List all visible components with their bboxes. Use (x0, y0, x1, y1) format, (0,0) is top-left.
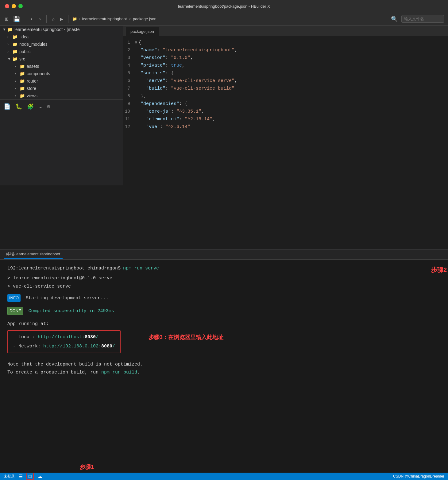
code-line-2: 2 "name": "learnelementuispringboot", (123, 46, 448, 54)
network-label: - Network: (13, 344, 43, 349)
status-login[interactable]: 未登录 (4, 474, 15, 479)
save-icon[interactable]: 💾 (12, 14, 21, 24)
tree-arrow-src: ▼ (7, 57, 11, 61)
back-icon[interactable]: ‹ (29, 15, 35, 23)
url-container: - Local: http://localhost:8080/ - Networ… (7, 329, 121, 354)
breadcrumb-root[interactable]: learnelementuispringboot (82, 17, 127, 21)
folder-icon-views: 📁 (20, 93, 25, 98)
new-file-icon[interactable]: ⊞ (4, 14, 10, 24)
tree-label-src: src (19, 56, 25, 61)
step1-annotation: 步骤1 (80, 463, 94, 471)
local-url-prefix: http://localhost: (38, 335, 85, 340)
sidebar-icon-debug[interactable]: 🐛 (15, 103, 22, 110)
tree-root[interactable]: ▼ 📁 learnelementuispringboot - {maste (0, 26, 123, 33)
tree-item-components[interactable]: › 📁 components (0, 70, 123, 77)
toolbar-separator2 (46, 15, 47, 23)
tree-arrow-store: › (15, 86, 18, 91)
tree-item-public[interactable]: › 📁 public (0, 48, 123, 55)
csdn-label: CSDN @ChinaDragonDreamer (393, 474, 444, 478)
tree-label-idea: .idea (19, 34, 29, 39)
status-cloud-icon[interactable]: ☁ (37, 474, 42, 479)
terminal-icon[interactable]: ⊡ (26, 473, 34, 480)
done-text: Compiled successfully in 2493ms (29, 308, 114, 314)
folder-icon-store: 📁 (20, 86, 25, 91)
search-input[interactable] (401, 15, 444, 23)
run-icon[interactable]: ▶ (59, 14, 64, 24)
tree-arrow-root: ▼ (2, 27, 6, 32)
search-toolbar-icon[interactable]: 🔍 (390, 14, 399, 24)
tree-item-node-modules[interactable]: › 📁 node_modules (0, 41, 123, 48)
code-line-1: 1 ⊟{ (123, 39, 448, 46)
code-editor[interactable]: 1 ⊟{ 2 "name": "learnelementuispringboot… (123, 36, 448, 249)
terminal-area: 终端-learnelementuispringboot 192:learnele… (0, 249, 448, 473)
folder-icon-idea: 📁 (12, 34, 17, 39)
tree-item-assets[interactable]: › 📁 assets (0, 63, 123, 70)
terminal-command: npm run serve (123, 265, 159, 273)
toolbar-right: 🔍 (390, 14, 444, 24)
tree-item-src[interactable]: ▼ 📁 src (0, 55, 123, 63)
info-badge: INFO (7, 294, 21, 302)
tree-label-assets: assets (27, 64, 39, 69)
url-box: - Local: http://localhost:8080/ - Networ… (7, 330, 121, 353)
tree-label-views: views (27, 93, 37, 98)
tree-arrow-views: › (15, 94, 18, 98)
tree-root-label: learnelementuispringboot - {maste (14, 27, 79, 32)
terminal-prompt: 192:learnelementuispringboot chinadragon… (7, 265, 121, 273)
tree-arrow-router: › (15, 79, 18, 83)
traffic-lights (5, 4, 23, 8)
window-title: learnelementuispringboot/package.json - … (178, 4, 270, 9)
sidebar: ▼ 📁 learnelementuispringboot - {maste › … (0, 26, 123, 185)
tree-arrow-idea: › (7, 35, 11, 39)
done-badge: DONE (7, 307, 23, 315)
breadcrumb-file[interactable]: package.json (133, 17, 156, 21)
folder-icon-public: 📁 (12, 49, 17, 54)
sidebar-icon-settings[interactable]: ⚙ (47, 103, 50, 110)
editor-tab-package-json[interactable]: package.json (125, 27, 159, 36)
network-port: 8080 (101, 344, 112, 349)
maximize-button[interactable] (18, 4, 23, 8)
star-icon[interactable]: ☆ (50, 14, 56, 24)
tree-arrow-components: › (15, 72, 18, 76)
forward-icon[interactable]: › (37, 15, 43, 23)
toolbar: ⊞ 💾 ‹ › ☆ ▶ 📁 › learnelementuispringboot… (0, 12, 448, 26)
npm-run-build-link[interactable]: npm run build (101, 370, 137, 375)
title-bar: learnelementuispringboot/package.json - … (0, 0, 448, 12)
terminal-note-1: Note that the development build is not o… (7, 361, 441, 369)
app-container: learnelementuispringboot/package.json - … (0, 0, 448, 480)
editor-tabs: package.json (123, 26, 448, 36)
folder-icon-root: 📁 (7, 27, 13, 32)
code-line-6: 6 "serve": "vue-cli-service serve", (123, 77, 448, 85)
code-line-7: 7 "build": "vue-cli-service build" (123, 85, 448, 92)
terminal-info-line: INFO Starting development server... (7, 294, 441, 302)
status-menu-icon[interactable]: ☰ (18, 474, 23, 479)
sidebar-icon-file[interactable]: 📄 (4, 103, 10, 110)
local-port: 8080 (85, 335, 96, 340)
minimize-button[interactable] (12, 4, 16, 8)
status-left: 未登录 ☰ ⊡ ☁ (4, 473, 42, 480)
terminal-output-1: > learnelementuispringboot@0.1.0 serve (7, 274, 441, 282)
status-bar: 未登录 ☰ ⊡ ☁ 步骤1 CSDN @ChinaDragonDreamer (0, 473, 448, 480)
tree-item-views[interactable]: › 📁 views (0, 92, 123, 99)
tree-label-store: store (27, 86, 36, 91)
terminal-note-2: To create a production build, run npm ru… (7, 369, 441, 377)
status-right: CSDN @ChinaDragonDreamer (393, 474, 444, 478)
app-running-label: App running at: (7, 320, 441, 328)
tree-arrow-public: › (7, 49, 11, 54)
code-line-5: 5 "scripts": { (123, 69, 448, 77)
terminal-tab-main[interactable]: 终端-learnelementuispringboot (4, 250, 63, 259)
editor-wrapper: package.json 1 ⊟{ 2 "name": "learnelemen… (123, 26, 448, 249)
code-line-11: 11 "element-ui": "^2.15.14", (123, 115, 448, 123)
tree-item-idea[interactable]: › 📁 .idea (0, 33, 123, 41)
tree-arrow-node-modules: › (7, 42, 11, 46)
close-button[interactable] (5, 4, 9, 8)
terminal-prompt-line: 192:learnelementuispringboot chinadragon… (7, 265, 441, 273)
step2-annotation: 步骤2 (431, 265, 447, 275)
terminal-content: 192:learnelementuispringboot chinadragon… (0, 260, 448, 381)
terminal-output-2: > vue-cli-service serve (7, 283, 441, 291)
sidebar-icon-cloud[interactable]: ☁ (39, 103, 42, 110)
tree-item-store[interactable]: › 📁 store (0, 85, 123, 92)
tree-item-router[interactable]: › 📁 router (0, 77, 123, 85)
local-url-line: - Local: http://localhost:8080/ (13, 333, 115, 341)
folder-icon-components: 📁 (20, 71, 25, 76)
sidebar-icon-extensions[interactable]: 🧩 (27, 103, 34, 110)
